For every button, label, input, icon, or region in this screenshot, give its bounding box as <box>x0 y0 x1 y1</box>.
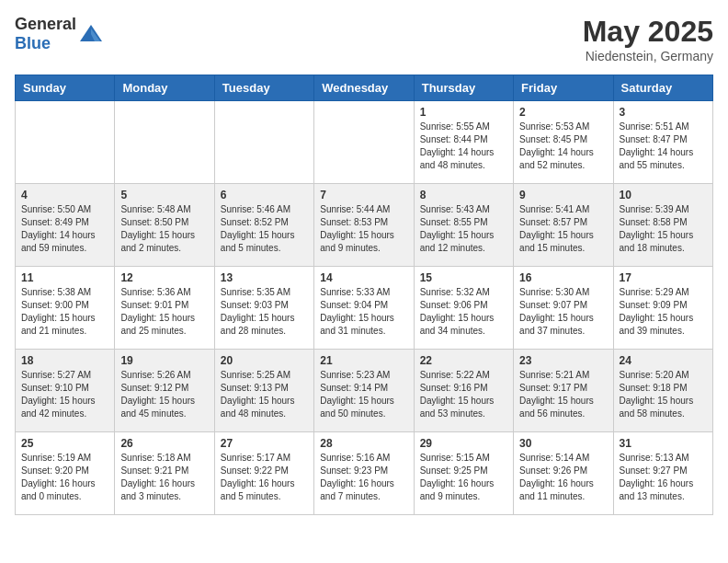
day-number: 8 <box>420 189 507 201</box>
weekday-header-tuesday: Tuesday <box>214 75 313 101</box>
calendar-cell: 20Sunrise: 5:25 AM Sunset: 9:13 PM Dayli… <box>214 350 313 432</box>
day-number: 29 <box>420 437 507 450</box>
calendar-cell: 6Sunrise: 5:46 AM Sunset: 8:52 PM Daylig… <box>214 184 313 267</box>
calendar-cell: 10Sunrise: 5:39 AM Sunset: 8:58 PM Dayli… <box>613 184 712 267</box>
day-info: Sunrise: 5:35 AM Sunset: 9:03 PM Dayligh… <box>221 286 308 338</box>
day-number: 15 <box>420 271 507 284</box>
day-number: 11 <box>21 271 108 284</box>
calendar-cell: 31Sunrise: 5:13 AM Sunset: 9:27 PM Dayli… <box>613 432 712 515</box>
day-info: Sunrise: 5:50 AM Sunset: 8:49 PM Dayligh… <box>21 203 108 255</box>
calendar-week-row: 1Sunrise: 5:55 AM Sunset: 8:44 PM Daylig… <box>16 101 713 184</box>
calendar-cell: 19Sunrise: 5:26 AM Sunset: 9:12 PM Dayli… <box>115 350 214 432</box>
day-number: 25 <box>21 437 108 450</box>
day-info: Sunrise: 5:55 AM Sunset: 8:44 PM Dayligh… <box>420 121 507 172</box>
calendar-cell: 9Sunrise: 5:41 AM Sunset: 8:57 PM Daylig… <box>514 184 613 267</box>
day-info: Sunrise: 5:33 AM Sunset: 9:04 PM Dayligh… <box>320 286 407 338</box>
calendar-cell: 7Sunrise: 5:44 AM Sunset: 8:53 PM Daylig… <box>314 184 414 267</box>
day-info: Sunrise: 5:41 AM Sunset: 8:57 PM Dayligh… <box>519 203 607 255</box>
weekday-header-sunday: Sunday <box>16 75 115 101</box>
day-info: Sunrise: 5:18 AM Sunset: 9:21 PM Dayligh… <box>120 452 208 503</box>
day-info: Sunrise: 5:25 AM Sunset: 9:13 PM Dayligh… <box>221 369 308 420</box>
calendar-cell: 12Sunrise: 5:36 AM Sunset: 9:01 PM Dayli… <box>115 267 214 350</box>
day-number: 5 <box>120 189 208 201</box>
day-number: 4 <box>21 189 108 201</box>
weekday-header-friday: Friday <box>514 75 613 101</box>
day-number: 2 <box>519 106 607 119</box>
calendar-cell <box>16 101 115 184</box>
day-info: Sunrise: 5:44 AM Sunset: 8:53 PM Dayligh… <box>320 203 407 255</box>
day-info: Sunrise: 5:51 AM Sunset: 8:47 PM Dayligh… <box>620 121 707 172</box>
weekday-header-thursday: Thursday <box>414 75 513 101</box>
calendar-cell: 28Sunrise: 5:16 AM Sunset: 9:23 PM Dayli… <box>314 432 414 515</box>
weekday-header-monday: Monday <box>115 75 214 101</box>
logo-text: General Blue <box>15 15 76 53</box>
calendar-cell: 15Sunrise: 5:32 AM Sunset: 9:06 PM Dayli… <box>414 267 513 350</box>
calendar-cell: 29Sunrise: 5:15 AM Sunset: 9:25 PM Dayli… <box>414 432 513 515</box>
day-info: Sunrise: 5:13 AM Sunset: 9:27 PM Dayligh… <box>620 452 707 503</box>
day-info: Sunrise: 5:43 AM Sunset: 8:55 PM Dayligh… <box>420 203 507 255</box>
calendar-cell: 16Sunrise: 5:30 AM Sunset: 9:07 PM Dayli… <box>514 267 613 350</box>
day-number: 23 <box>519 354 607 367</box>
calendar-cell: 3Sunrise: 5:51 AM Sunset: 8:47 PM Daylig… <box>613 101 712 184</box>
day-info: Sunrise: 5:14 AM Sunset: 9:26 PM Dayligh… <box>519 452 607 503</box>
day-number: 6 <box>221 189 308 201</box>
month-year-title: May 2025 <box>583 15 713 49</box>
day-info: Sunrise: 5:23 AM Sunset: 9:14 PM Dayligh… <box>320 369 407 420</box>
day-info: Sunrise: 5:36 AM Sunset: 9:01 PM Dayligh… <box>120 286 208 338</box>
day-number: 30 <box>519 437 607 450</box>
day-number: 31 <box>620 437 707 450</box>
calendar-cell: 17Sunrise: 5:29 AM Sunset: 9:09 PM Dayli… <box>613 267 712 350</box>
day-info: Sunrise: 5:39 AM Sunset: 8:58 PM Dayligh… <box>620 203 707 255</box>
calendar-cell: 13Sunrise: 5:35 AM Sunset: 9:03 PM Dayli… <box>214 267 313 350</box>
day-info: Sunrise: 5:19 AM Sunset: 9:20 PM Dayligh… <box>21 452 108 503</box>
day-info: Sunrise: 5:22 AM Sunset: 9:16 PM Dayligh… <box>420 369 507 420</box>
day-number: 28 <box>320 437 407 450</box>
day-number: 21 <box>320 354 407 367</box>
day-info: Sunrise: 5:15 AM Sunset: 9:25 PM Dayligh… <box>420 452 507 503</box>
day-number: 26 <box>120 437 208 450</box>
day-number: 20 <box>221 354 308 367</box>
calendar-cell: 2Sunrise: 5:53 AM Sunset: 8:45 PM Daylig… <box>514 101 613 184</box>
day-info: Sunrise: 5:46 AM Sunset: 8:52 PM Dayligh… <box>221 203 308 255</box>
day-number: 13 <box>221 271 308 284</box>
calendar-cell: 5Sunrise: 5:48 AM Sunset: 8:50 PM Daylig… <box>115 184 214 267</box>
day-info: Sunrise: 5:30 AM Sunset: 9:07 PM Dayligh… <box>519 286 607 338</box>
title-block: May 2025 Niedenstein, Germany <box>583 15 713 63</box>
calendar-cell <box>115 101 214 184</box>
logo-general: General <box>15 15 76 33</box>
day-info: Sunrise: 5:53 AM Sunset: 8:45 PM Dayligh… <box>519 121 607 172</box>
day-number: 22 <box>420 354 507 367</box>
calendar-cell: 25Sunrise: 5:19 AM Sunset: 9:20 PM Dayli… <box>16 432 115 515</box>
logo-blue: Blue <box>15 34 51 52</box>
day-info: Sunrise: 5:27 AM Sunset: 9:10 PM Dayligh… <box>21 369 108 420</box>
day-number: 1 <box>420 106 507 119</box>
calendar-cell: 27Sunrise: 5:17 AM Sunset: 9:22 PM Dayli… <box>214 432 313 515</box>
calendar-table: SundayMondayTuesdayWednesdayThursdayFrid… <box>15 75 713 515</box>
calendar-cell: 23Sunrise: 5:21 AM Sunset: 9:17 PM Dayli… <box>514 350 613 432</box>
calendar-cell: 11Sunrise: 5:38 AM Sunset: 9:00 PM Dayli… <box>16 267 115 350</box>
day-info: Sunrise: 5:16 AM Sunset: 9:23 PM Dayligh… <box>320 452 407 503</box>
calendar-cell: 8Sunrise: 5:43 AM Sunset: 8:55 PM Daylig… <box>414 184 513 267</box>
day-number: 17 <box>620 271 707 284</box>
day-number: 27 <box>221 437 308 450</box>
weekday-header-saturday: Saturday <box>613 75 712 101</box>
calendar-cell <box>314 101 414 184</box>
calendar-cell: 1Sunrise: 5:55 AM Sunset: 8:44 PM Daylig… <box>414 101 513 184</box>
day-info: Sunrise: 5:48 AM Sunset: 8:50 PM Dayligh… <box>120 203 208 255</box>
day-number: 7 <box>320 189 407 201</box>
day-number: 9 <box>519 189 607 201</box>
calendar-week-row: 11Sunrise: 5:38 AM Sunset: 9:00 PM Dayli… <box>16 267 713 350</box>
calendar-cell: 14Sunrise: 5:33 AM Sunset: 9:04 PM Dayli… <box>314 267 414 350</box>
day-number: 3 <box>620 106 707 119</box>
calendar-cell: 26Sunrise: 5:18 AM Sunset: 9:21 PM Dayli… <box>115 432 214 515</box>
day-number: 14 <box>320 271 407 284</box>
day-number: 18 <box>21 354 108 367</box>
day-info: Sunrise: 5:32 AM Sunset: 9:06 PM Dayligh… <box>420 286 507 338</box>
day-number: 16 <box>519 271 607 284</box>
page-header: General Blue May 2025 Niedenstein, Germa… <box>15 15 713 63</box>
weekday-header-row: SundayMondayTuesdayWednesdayThursdayFrid… <box>16 75 713 101</box>
calendar-week-row: 4Sunrise: 5:50 AM Sunset: 8:49 PM Daylig… <box>16 184 713 267</box>
calendar-week-row: 25Sunrise: 5:19 AM Sunset: 9:20 PM Dayli… <box>16 432 713 515</box>
day-number: 19 <box>120 354 208 367</box>
calendar-cell: 21Sunrise: 5:23 AM Sunset: 9:14 PM Dayli… <box>314 350 414 432</box>
